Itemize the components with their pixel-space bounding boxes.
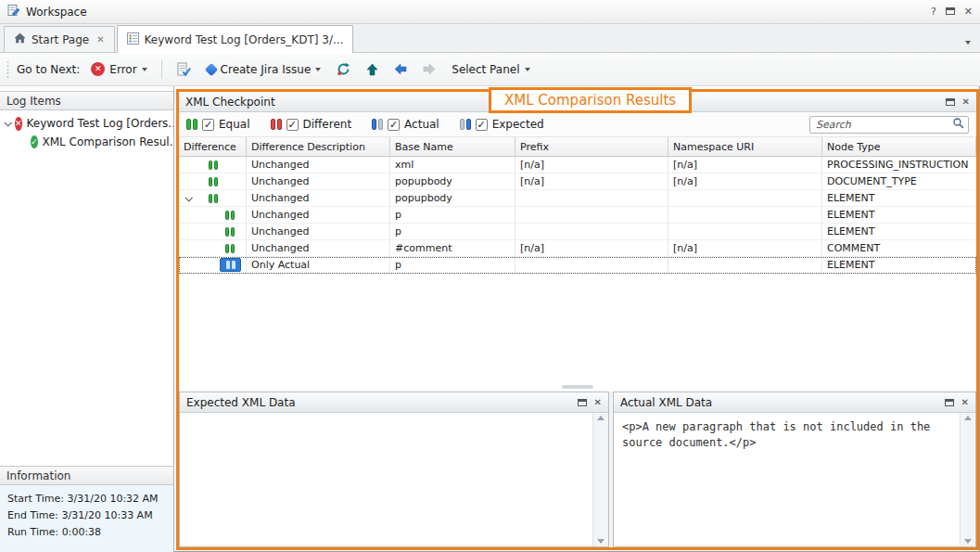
float-window-icon[interactable] bbox=[946, 6, 955, 17]
different-checkbox[interactable]: ✓ bbox=[286, 119, 299, 131]
log-toolbar: Go to Next: ✕ Error Create Jira Issue Se… bbox=[0, 53, 980, 86]
scroll-up-icon[interactable] bbox=[964, 416, 972, 420]
namespace-uri-cell: [n/a] bbox=[668, 240, 822, 257]
table-row[interactable]: Unchanged p ELEMENT bbox=[179, 224, 976, 240]
close-panel-icon[interactable]: ✕ bbox=[962, 97, 970, 107]
log-items-header-label: Log Items bbox=[6, 95, 61, 108]
close-panel-icon[interactable]: ✕ bbox=[594, 398, 602, 407]
difference-cell bbox=[179, 224, 247, 240]
float-panel-icon[interactable] bbox=[945, 399, 954, 406]
actual-xml-data-title: Actual XML Data bbox=[620, 396, 712, 409]
equal-pair-icon bbox=[186, 119, 197, 130]
column-header-namespace-uri[interactable]: Namespace URI bbox=[668, 137, 822, 156]
table-row[interactable]: Unchanged popupbody ELEMENT bbox=[179, 190, 976, 207]
column-header-difference-description[interactable]: Difference Description bbox=[247, 137, 390, 156]
namespace-uri-cell bbox=[668, 207, 822, 224]
base-name-cell: p bbox=[390, 224, 515, 240]
column-header-difference[interactable]: Difference bbox=[179, 137, 247, 156]
different-label: Different bbox=[303, 118, 352, 131]
scroll-down-icon[interactable] bbox=[964, 539, 972, 544]
table-row[interactable]: Unchanged popupbody [n/a] [n/a] DOCUMENT… bbox=[179, 173, 976, 190]
actual-checkbox[interactable]: ✓ bbox=[388, 119, 400, 131]
comparison-table-body: Unchanged xml [n/a] [n/a] PROCESSING_INS… bbox=[179, 157, 976, 274]
forward-button[interactable] bbox=[418, 60, 440, 78]
column-header-node-type[interactable]: Node Type bbox=[822, 137, 976, 156]
filter-equal: ✓ Equal bbox=[186, 118, 250, 131]
tab-keyword-test-log[interactable]: Keyword Test Log [Orders_KDT] 3/... bbox=[117, 25, 354, 53]
callout-text: XML Comparison Results bbox=[504, 92, 676, 109]
go-up-one-level-button[interactable] bbox=[362, 60, 383, 79]
tree-item-xml-comparison-result[interactable]: ✓ XML Comparison Resul... bbox=[0, 133, 173, 151]
node-type-cell: PROCESSING_INSTRUCTION bbox=[822, 157, 976, 173]
toolbar-drag-handle[interactable] bbox=[6, 60, 10, 79]
horizontal-splitter[interactable] bbox=[179, 382, 976, 392]
tab-close-icon[interactable]: ✕ bbox=[96, 34, 104, 45]
table-row[interactable]: Unchanged xml [n/a] [n/a] PROCESSING_INS… bbox=[179, 157, 976, 173]
expected-checkbox[interactable]: ✓ bbox=[476, 119, 488, 131]
actual-xml-data-panel: Actual XML Data ✕ <p>A new paragraph tha… bbox=[613, 392, 976, 547]
information-header: Information bbox=[0, 466, 173, 485]
prefix-cell: [n/a] bbox=[515, 173, 668, 190]
node-type-cell: DOCUMENT_TYPE bbox=[822, 173, 976, 190]
prefix-cell: [n/a] bbox=[515, 157, 668, 173]
float-panel-icon[interactable] bbox=[578, 399, 587, 406]
column-header-prefix[interactable]: Prefix bbox=[515, 137, 668, 156]
table-row[interactable]: Unchanged p ELEMENT bbox=[179, 207, 976, 224]
forward-arrow-icon bbox=[423, 63, 436, 75]
chevron-down-icon bbox=[142, 68, 147, 71]
tree-item-label: XML Comparison Resul... bbox=[43, 135, 173, 148]
namespace-uri-cell: [n/a] bbox=[668, 173, 822, 190]
go-to-next-label: Go to Next: bbox=[17, 63, 80, 76]
float-panel-icon[interactable] bbox=[946, 98, 955, 106]
table-row-selected[interactable]: Only Actual p ELEMENT bbox=[179, 257, 976, 274]
window-title: Workspace bbox=[26, 6, 87, 19]
equal-icon bbox=[225, 227, 235, 237]
expander-chevron-icon[interactable] bbox=[185, 194, 192, 201]
go-to-next-error-button[interactable]: ✕ Error bbox=[86, 59, 151, 79]
scroll-up-icon[interactable] bbox=[597, 416, 605, 420]
xml-checkpoint-panel: XML Checkpoint ✕ ✓ Equal ✓ Different ✓ A… bbox=[176, 89, 979, 550]
prefix-cell bbox=[515, 257, 668, 274]
vertical-scrollbar[interactable] bbox=[960, 413, 975, 546]
difference-cell bbox=[179, 240, 247, 257]
table-row[interactable]: Unchanged #comment [n/a] [n/a] COMMENT bbox=[179, 240, 976, 257]
node-type-cell: ELEMENT bbox=[822, 207, 976, 224]
actual-xml-content: <p>A new paragraph that is not included … bbox=[614, 413, 960, 546]
filter-actual: ✓ Actual bbox=[372, 118, 439, 131]
close-window-icon[interactable]: ✕ bbox=[964, 6, 973, 17]
table-empty-area bbox=[179, 274, 976, 382]
expander-chevron-icon[interactable] bbox=[4, 119, 11, 126]
scroll-down-icon[interactable] bbox=[597, 539, 605, 544]
back-arrow-icon bbox=[394, 63, 407, 75]
rerun-test-button[interactable] bbox=[332, 59, 355, 79]
comparison-table-header: Difference Difference Description Base N… bbox=[179, 137, 976, 157]
namespace-uri-cell: [n/a] bbox=[668, 157, 822, 173]
node-type-cell: ELEMENT bbox=[822, 190, 976, 207]
only-actual-icon bbox=[220, 258, 241, 272]
actual-pair-icon bbox=[372, 119, 383, 130]
create-jira-issue-button[interactable]: Create Jira Issue bbox=[202, 60, 326, 79]
jira-diamond-icon bbox=[205, 62, 218, 75]
equal-checkbox[interactable]: ✓ bbox=[202, 119, 214, 131]
namespace-uri-cell bbox=[668, 224, 822, 240]
search-icon[interactable] bbox=[952, 117, 964, 132]
search-input[interactable] bbox=[816, 119, 952, 131]
base-name-cell: p bbox=[390, 257, 515, 274]
show-test-details-button[interactable] bbox=[172, 59, 196, 80]
help-icon[interactable]: ? bbox=[931, 6, 936, 17]
close-panel-icon[interactable]: ✕ bbox=[961, 398, 969, 407]
column-header-base-name[interactable]: Base Name bbox=[390, 137, 515, 156]
difference-cell bbox=[179, 257, 247, 274]
document-check-icon bbox=[176, 62, 191, 77]
equal-icon bbox=[209, 177, 218, 186]
chevron-down-icon bbox=[315, 68, 321, 71]
difference-description-cell: Unchanged bbox=[247, 207, 390, 224]
tab-list-chevron-icon[interactable] bbox=[965, 41, 971, 45]
select-panel-button[interactable]: Select Panel bbox=[447, 60, 534, 79]
tab-label: Keyword Test Log [Orders_KDT] 3/... bbox=[145, 33, 344, 46]
tree-item-keyword-test-log[interactable]: ✕ Keyword Test Log [Orders... bbox=[0, 114, 173, 133]
start-time-text: Start Time: 3/31/20 10:32 AM bbox=[7, 491, 166, 507]
tab-start-page[interactable]: Start Page ✕ bbox=[4, 26, 115, 52]
vertical-scrollbar[interactable] bbox=[592, 413, 608, 546]
back-button[interactable] bbox=[389, 60, 412, 78]
